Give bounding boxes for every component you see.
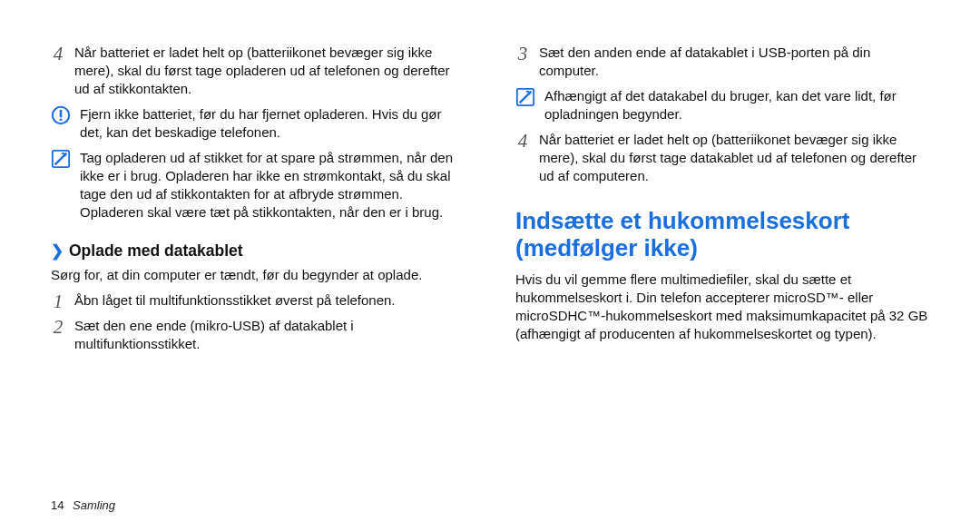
right-column: 3 Sæt den anden ende af datakablet i USB…	[515, 44, 929, 359]
svg-point-2	[60, 118, 63, 121]
note-icon	[515, 87, 535, 107]
step-number-4: 4	[51, 44, 65, 64]
svg-rect-1	[60, 110, 63, 117]
step-4-left: 4 Når batteriet er ladet helt op (batter…	[51, 44, 465, 98]
info-text-left: Tag opladeren ud af stikket for at spare…	[80, 149, 465, 222]
warning-text: Fjern ikke batteriet, før du har fjernet…	[80, 105, 465, 142]
note-icon	[51, 149, 71, 169]
subheading-charge-cable: ❯ Oplade med datakablet	[51, 241, 465, 261]
left-column: 4 Når batteriet er ladet helt op (batter…	[51, 44, 465, 359]
step-3-text: Sæt den anden ende af datakablet i USB-p…	[539, 44, 929, 80]
step-number-2: 2	[51, 317, 65, 337]
warning-note: Fjern ikke batteriet, før du har fjernet…	[51, 105, 465, 142]
section-body: Hvis du vil gemme flere multimediefiler,…	[515, 271, 929, 343]
step-4-right-text: Når batteriet er ladet helt op (batterii…	[539, 131, 929, 185]
step-4-text: Når batteriet er ladet helt op (batterii…	[74, 44, 465, 98]
section-title-memory-card: Indsætte et hukommelseskort (medfølger i…	[515, 207, 929, 261]
footer-section: Samling	[73, 498, 115, 512]
info-note-right: Afhængigt af det datakabel du bruger, ka…	[515, 87, 929, 123]
step-2-text: Sæt den ene ende (mikro-USB) af datakabl…	[74, 317, 465, 353]
step-number-3: 3	[515, 44, 530, 64]
step-number-4: 4	[515, 131, 530, 151]
step-4-right: 4 Når batteriet er ladet helt op (batter…	[515, 131, 929, 185]
page-footer: 14 Samling	[51, 498, 115, 512]
chevron-right-icon: ❯	[51, 241, 64, 261]
info-text-right: Afhængigt af det datakabel du bruger, ka…	[544, 87, 929, 123]
info-note-left: Tag opladeren ud af stikket for at spare…	[51, 149, 465, 222]
intro-paragraph: Sørg for, at din computer er tændt, før …	[51, 266, 465, 284]
step-1-text: Åbn låget til multifunktionsstikket øver…	[74, 291, 396, 310]
step-number-1: 1	[51, 291, 65, 311]
step-3: 3 Sæt den anden ende af datakablet i USB…	[515, 44, 929, 80]
warning-icon	[51, 105, 71, 125]
subheading-text: Oplade med datakablet	[69, 241, 243, 261]
page-number: 14	[51, 498, 64, 512]
step-2: 2 Sæt den ene ende (mikro-USB) af dataka…	[51, 317, 465, 353]
step-1: 1 Åbn låget til multifunktionsstikket øv…	[51, 291, 465, 311]
